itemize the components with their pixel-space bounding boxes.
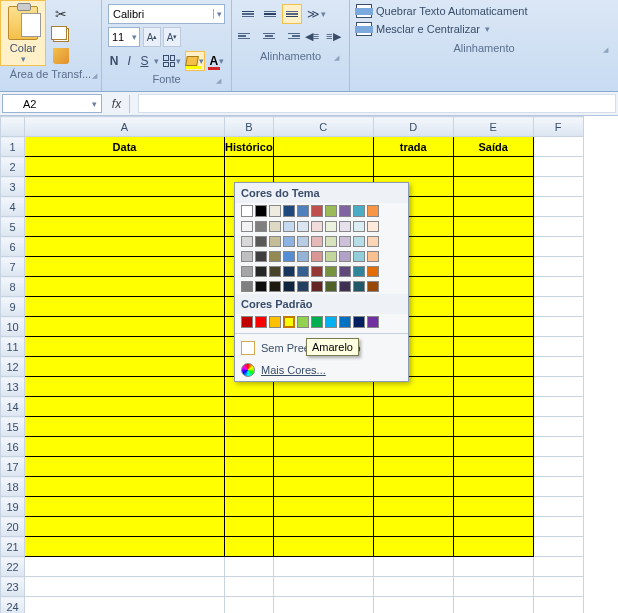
color-swatch[interactable] [241, 236, 253, 247]
color-swatch[interactable] [339, 236, 351, 247]
row-header-13[interactable]: 13 [1, 377, 25, 397]
cell-C1[interactable] [273, 137, 373, 157]
color-swatch[interactable] [325, 205, 337, 217]
cell-E9[interactable] [453, 297, 533, 317]
cell-E18[interactable] [453, 477, 533, 497]
color-swatch[interactable] [367, 281, 379, 292]
color-swatch[interactable] [255, 316, 267, 328]
cell-C22[interactable] [273, 557, 373, 577]
cell-F5[interactable] [533, 217, 583, 237]
cell-D21[interactable] [373, 537, 453, 557]
color-swatch[interactable] [325, 236, 337, 247]
color-swatch[interactable] [311, 236, 323, 247]
cell-D17[interactable] [373, 457, 453, 477]
cell-A8[interactable] [25, 277, 225, 297]
cell-A9[interactable] [25, 297, 225, 317]
cell-F18[interactable] [533, 477, 583, 497]
format-painter-button[interactable] [50, 48, 72, 64]
cell-D19[interactable] [373, 497, 453, 517]
cell-C14[interactable] [273, 397, 373, 417]
cell-A11[interactable] [25, 337, 225, 357]
color-swatch[interactable] [241, 281, 253, 292]
row-header-18[interactable]: 18 [1, 477, 25, 497]
cell-B14[interactable] [225, 397, 274, 417]
cell-A12[interactable] [25, 357, 225, 377]
cell-D14[interactable] [373, 397, 453, 417]
color-swatch[interactable] [255, 251, 267, 262]
row-header-17[interactable]: 17 [1, 457, 25, 477]
color-swatch[interactable] [241, 266, 253, 277]
cell-E21[interactable] [453, 537, 533, 557]
color-swatch[interactable] [325, 266, 337, 277]
cell-A7[interactable] [25, 257, 225, 277]
cell-C24[interactable] [273, 597, 373, 614]
color-swatch[interactable] [297, 316, 309, 328]
color-swatch[interactable] [283, 316, 295, 328]
cell-B1[interactable]: Histórico [225, 137, 274, 157]
more-colors-item[interactable]: Mais Cores... [235, 359, 408, 381]
color-swatch[interactable] [367, 266, 379, 277]
orientation-button[interactable]: ≫▾ [304, 4, 328, 24]
cell-A14[interactable] [25, 397, 225, 417]
cell-E5[interactable] [453, 217, 533, 237]
row-header-8[interactable]: 8 [1, 277, 25, 297]
column-header-D[interactable]: D [373, 117, 453, 137]
cell-D1[interactable]: trada [373, 137, 453, 157]
wrap-text-button[interactable]: Quebrar Texto Automaticament [356, 4, 612, 18]
color-swatch[interactable] [353, 251, 365, 262]
color-swatch[interactable] [297, 236, 309, 247]
font-color-button[interactable]: A▾ [208, 51, 225, 71]
align-center-button[interactable] [259, 26, 278, 46]
cell-B16[interactable] [225, 437, 274, 457]
decrease-indent-button[interactable]: ◀≡ [302, 26, 321, 46]
borders-button[interactable]: ▾ [162, 51, 182, 71]
cell-E2[interactable] [453, 157, 533, 177]
cell-B20[interactable] [225, 517, 274, 537]
color-swatch[interactable] [311, 221, 323, 232]
color-swatch[interactable] [339, 205, 351, 217]
cell-A19[interactable] [25, 497, 225, 517]
formula-input[interactable] [138, 94, 616, 113]
color-swatch[interactable] [241, 205, 253, 217]
color-swatch[interactable] [353, 281, 365, 292]
color-swatch[interactable] [283, 205, 295, 217]
color-swatch[interactable] [367, 251, 379, 262]
color-swatch[interactable] [241, 251, 253, 262]
color-swatch[interactable] [269, 236, 281, 247]
cell-B22[interactable] [225, 557, 274, 577]
color-swatch[interactable] [339, 281, 351, 292]
cell-F8[interactable] [533, 277, 583, 297]
cell-E12[interactable] [453, 357, 533, 377]
color-swatch[interactable] [297, 251, 309, 262]
align-middle-button[interactable] [260, 4, 280, 24]
color-swatch[interactable] [255, 221, 267, 232]
cell-C15[interactable] [273, 417, 373, 437]
color-swatch[interactable] [325, 281, 337, 292]
cell-D20[interactable] [373, 517, 453, 537]
cell-A22[interactable] [25, 557, 225, 577]
paste-button[interactable]: Colar ▾ [0, 0, 46, 66]
cell-F4[interactable] [533, 197, 583, 217]
cell-A2[interactable] [25, 157, 225, 177]
cell-E22[interactable] [453, 557, 533, 577]
cell-D15[interactable] [373, 417, 453, 437]
color-swatch[interactable] [353, 221, 365, 232]
select-all-corner[interactable] [1, 117, 25, 137]
row-header-10[interactable]: 10 [1, 317, 25, 337]
cell-E6[interactable] [453, 237, 533, 257]
color-swatch[interactable] [283, 221, 295, 232]
underline-button[interactable]: S [138, 51, 150, 71]
cell-A18[interactable] [25, 477, 225, 497]
color-swatch[interactable] [269, 205, 281, 217]
column-header-B[interactable]: B [225, 117, 274, 137]
cell-E14[interactable] [453, 397, 533, 417]
cell-A3[interactable] [25, 177, 225, 197]
color-swatch[interactable] [269, 221, 281, 232]
cell-A4[interactable] [25, 197, 225, 217]
cell-F7[interactable] [533, 257, 583, 277]
color-swatch[interactable] [367, 236, 379, 247]
cell-E17[interactable] [453, 457, 533, 477]
merge-center-button[interactable]: Mesclar e Centralizar ▾ [356, 22, 612, 36]
cell-D2[interactable] [373, 157, 453, 177]
italic-button[interactable]: I [123, 51, 135, 71]
